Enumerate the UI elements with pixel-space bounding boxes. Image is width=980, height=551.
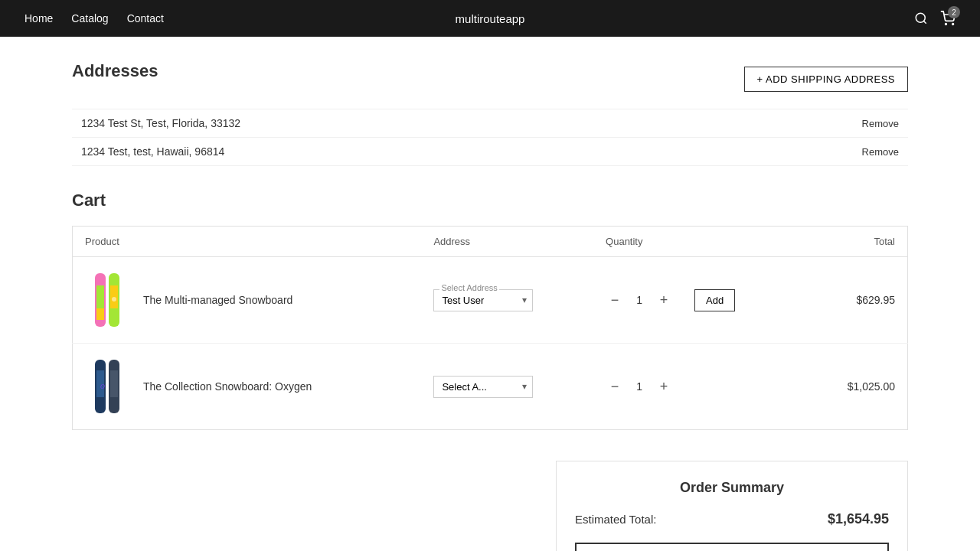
product-name-2: The Collection Snowboard: Oxygen (143, 380, 312, 393)
addresses-title: Addresses (72, 61, 158, 81)
address-select-wrapper-1: Select Address Test User ▾ (433, 289, 533, 311)
col-total: Total (807, 227, 908, 257)
address-text-1: 1234 Test St, Test, Florida, 33132 (81, 117, 240, 129)
address-list: 1234 Test St, Test, Florida, 33132 Remov… (72, 109, 908, 166)
snowboard-svg-1 (89, 270, 127, 330)
order-summary-title: Order Summary (575, 480, 889, 496)
estimated-total-value: $1,654.95 (828, 511, 889, 527)
nav-icons: 2 (914, 11, 956, 26)
brand-name: multirouteapp (456, 12, 525, 25)
cart-header-row: Product Address Quantity Total (73, 227, 908, 257)
qty-value-2: 1 (633, 380, 645, 393)
col-address: Address (421, 227, 593, 257)
select-address-label-1: Select Address (439, 283, 498, 292)
svg-point-3 (952, 24, 954, 25)
remove-address-2[interactable]: Remove (862, 146, 899, 158)
qty-decrease-2[interactable]: − (606, 377, 624, 396)
total-cell-2: $1,025.00 (807, 344, 908, 430)
address-row: 1234 Test St, Test, Florida, 33132 Remov… (72, 109, 908, 138)
order-total-row: Estimated Total: $1,654.95 (575, 511, 889, 527)
nav-home[interactable]: Home (24, 12, 53, 24)
add-address-button[interactable]: + ADD SHIPPING ADDRESS (744, 67, 908, 92)
svg-rect-5 (96, 285, 104, 308)
svg-point-2 (946, 24, 947, 25)
nav-contact[interactable]: Contact (127, 12, 164, 24)
total-cell-1: $629.95 (807, 257, 908, 344)
col-product: Product (73, 227, 422, 257)
cart-section: Cart Product Address Quantity Total (72, 191, 908, 430)
main-content: Addresses + ADD SHIPPING ADDRESS 1234 Te… (54, 37, 926, 551)
svg-rect-14 (110, 370, 118, 397)
navigation: Home Catalog Contact multirouteapp 2 (0, 0, 980, 37)
cart-table-head: Product Address Quantity Total (73, 227, 908, 257)
snowboard-svg-2: O (89, 357, 127, 416)
cart-count: 2 (948, 6, 960, 18)
svg-rect-6 (96, 308, 104, 320)
search-icon (914, 11, 928, 25)
cart-button[interactable]: 2 (940, 11, 956, 26)
product-info-2: O The Collection Snowboard: Oxygen (85, 356, 409, 417)
product-image-2: O (85, 356, 131, 417)
product-info-1: The Multi-managed Snowboard (85, 269, 409, 331)
qty-increase-1[interactable]: + (655, 291, 673, 309)
product-cell-1: The Multi-managed Snowboard (73, 257, 422, 344)
qty-controls-2: − 1 + (606, 377, 795, 396)
cart-table: Product Address Quantity Total (72, 226, 908, 430)
svg-point-9 (112, 297, 116, 302)
add-button-1[interactable]: Add (694, 289, 735, 311)
product-name-1: The Multi-managed Snowboard (143, 294, 292, 306)
qty-increase-2[interactable]: + (655, 377, 673, 396)
cart-title: Cart (72, 191, 908, 210)
quantity-cell-1: − 1 + Add (593, 257, 807, 344)
qty-decrease-1[interactable]: − (606, 291, 624, 309)
cart-row-1: The Multi-managed Snowboard Select Addre… (73, 257, 908, 344)
col-quantity: Quantity (593, 227, 807, 257)
remove-address-1[interactable]: Remove (862, 118, 899, 129)
address-text-2: 1234 Test, test, Hawaii, 96814 (81, 145, 224, 158)
cart-row-2: O The Collection Snowboard: Oxygen Se (73, 344, 908, 430)
qty-controls-1: − 1 + Add (606, 289, 795, 311)
svg-text:O: O (100, 383, 105, 390)
qty-value-1: 1 (633, 294, 645, 306)
address-select-2[interactable]: Select A... (433, 376, 533, 398)
address-select-1[interactable]: Test User (433, 289, 533, 311)
nav-catalog[interactable]: Catalog (71, 12, 108, 24)
order-summary-wrapper: Order Summary Estimated Total: $1,654.95… (72, 461, 908, 551)
continue-to-shipping-button[interactable]: CONTINUE TO SHIPPING (575, 543, 889, 551)
quantity-cell-2: − 1 + (593, 344, 807, 430)
product-image-1 (85, 269, 131, 331)
cart-table-body: The Multi-managed Snowboard Select Addre… (73, 257, 908, 430)
nav-links: Home Catalog Contact (24, 12, 164, 24)
svg-point-0 (916, 13, 925, 22)
address-select-wrapper-2: Select A... ▾ (433, 376, 533, 398)
svg-line-1 (923, 21, 926, 23)
search-button[interactable] (914, 11, 928, 25)
addresses-header: Addresses + ADD SHIPPING ADDRESS (72, 61, 908, 96)
order-summary: Order Summary Estimated Total: $1,654.95… (556, 461, 908, 551)
address-cell-1: Select Address Test User ▾ (421, 257, 593, 344)
address-row: 1234 Test, test, Hawaii, 96814 Remove (72, 138, 908, 166)
estimated-total-label: Estimated Total: (575, 513, 656, 526)
product-cell-2: O The Collection Snowboard: Oxygen (73, 344, 422, 430)
address-cell-2: Select A... ▾ (421, 344, 593, 430)
